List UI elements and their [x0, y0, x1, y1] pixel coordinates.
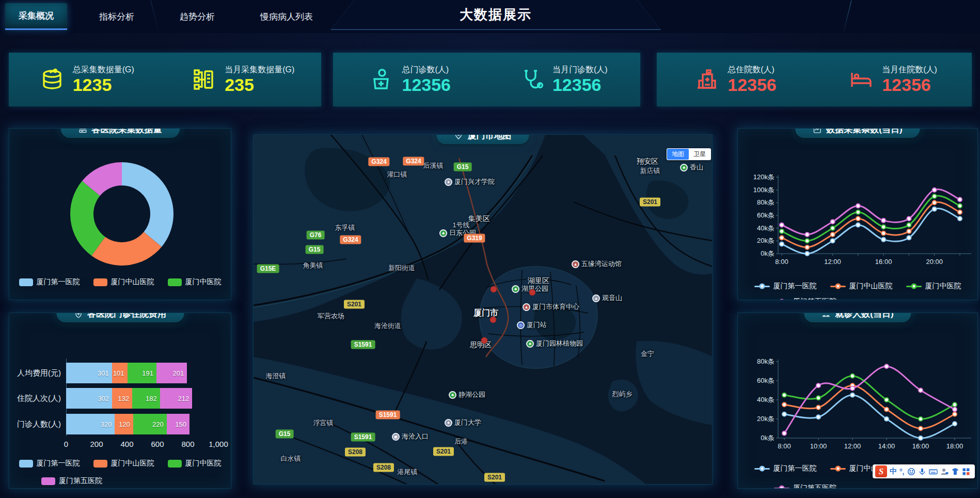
data-point-厦门第一医院[interactable] [780, 242, 784, 246]
data-point-厦门第一医院[interactable] [831, 239, 835, 243]
toolbox-icon[interactable] [962, 468, 970, 476]
data-point-厦门第五医院[interactable] [907, 216, 911, 221]
bar-segment-厦门第五医院[interactable]: 201 [156, 363, 187, 383]
data-point-厦门中山医院[interactable] [816, 406, 820, 410]
map-toggle-卫星[interactable]: 卫星 [689, 149, 710, 160]
bar-segment-厦门第五医院[interactable]: 150 [167, 414, 189, 434]
map-poi-厦门市体育中心[interactable]: ▲厦门市体育中心 [523, 302, 579, 312]
nav-tab-2[interactable]: 指标分析 [86, 4, 148, 29]
data-point-厦门中山医院[interactable] [958, 210, 962, 214]
legend-item[interactable]: 厦门第一医院 [754, 282, 817, 291]
nav-tab-4[interactable]: 慢病病人列表 [247, 4, 326, 29]
bar-segment-厦门第一医院[interactable]: 301 [66, 363, 112, 383]
bar-segment-厦门第五医院[interactable]: 212 [160, 388, 193, 409]
legend-item[interactable]: 厦门中山医院 [93, 459, 154, 468]
emoji-icon[interactable] [907, 468, 915, 476]
bar-segment-厦门中山医院[interactable]: 132 [112, 388, 132, 409]
map-red-marker-4[interactable] [481, 337, 488, 344]
map-poi-五缘湾运动馆[interactable]: ▲五缘湾运动馆 [572, 259, 622, 269]
map-poi-香山[interactable]: ♣香山 [680, 163, 703, 172]
bar-segment-厦门中医院[interactable]: 191 [128, 363, 156, 383]
map-poi-厦门园林植物园[interactable]: ♣厦门园林植物园 [526, 339, 583, 348]
map-poi-观音山[interactable]: ▲观音山 [592, 293, 622, 303]
map-poi-厦门大学[interactable]: ★厦门大学 [445, 418, 481, 427]
data-point-厦门第一医院[interactable] [919, 436, 923, 440]
microphone-icon[interactable] [918, 468, 926, 476]
chinese-mode-icon[interactable]: 中 [890, 467, 897, 476]
data-point-厦门中山医院[interactable] [881, 231, 886, 236]
data-point-厦门第一医院[interactable] [884, 417, 889, 421]
data-point-厦门中医院[interactable] [919, 417, 923, 421]
sogou-logo[interactable]: S [875, 465, 887, 477]
bar-segment-厦门第一医院[interactable]: 302 [66, 388, 112, 409]
data-point-厦门中医院[interactable] [953, 402, 957, 407]
legend-item[interactable]: 厦门第五医院 [774, 297, 836, 300]
data-point-厦门第五医院[interactable] [953, 408, 957, 412]
bar-segment-厦门中山医院[interactable]: 120 [115, 414, 133, 434]
data-point-厦门第五医院[interactable] [881, 219, 886, 223]
map-red-marker-1[interactable] [529, 289, 536, 296]
legend-item[interactable]: 厦门第一医院 [19, 277, 80, 287]
map-poi-厦门站[interactable]: ◎厦门站 [517, 320, 547, 330]
data-point-厦门第五医院[interactable] [856, 204, 860, 208]
data-point-厦门中医院[interactable] [780, 229, 784, 234]
data-point-厦门中医院[interactable] [856, 210, 860, 214]
data-point-厦门第五医院[interactable] [884, 364, 889, 368]
map-red-marker-3[interactable] [490, 317, 497, 323]
legend-item[interactable]: 厦门第一医院 [19, 459, 80, 468]
legend-item[interactable]: 厦门第一医院 [754, 464, 817, 473]
data-point-厦门中医院[interactable] [816, 396, 820, 400]
data-point-厦门中山医院[interactable] [953, 412, 957, 416]
data-point-厦门中山医院[interactable] [907, 229, 911, 234]
data-point-厦门中医院[interactable] [932, 194, 937, 198]
data-point-厦门中医院[interactable] [881, 225, 886, 229]
data-point-厦门第一医院[interactable] [881, 238, 886, 242]
data-point-厦门第五医院[interactable] [932, 188, 937, 192]
data-point-厦门第一医院[interactable] [816, 415, 820, 419]
data-point-厦门第五医院[interactable] [816, 383, 820, 387]
data-point-厦门第五医院[interactable] [805, 232, 809, 237]
data-point-厦门中医院[interactable] [831, 226, 835, 230]
data-point-厦门第一医院[interactable] [958, 216, 962, 221]
bar-segment-厦门中医院[interactable]: 182 [132, 388, 160, 409]
legend-item[interactable]: 厦门中医院 [168, 277, 222, 287]
legend-item[interactable]: 厦门第五医院 [774, 484, 836, 489]
nav-tab-3[interactable]: 趋势分析 [166, 4, 228, 29]
data-point-厦门中山医院[interactable] [884, 408, 889, 412]
data-point-厦门第一医院[interactable] [782, 412, 786, 416]
map-poi-厦门兴才学院[interactable]: ★厦门兴才学院 [445, 177, 495, 186]
bar-segment-厦门中山医院[interactable]: 101 [112, 363, 128, 383]
data-point-厦门第一医院[interactable] [850, 393, 855, 397]
donut-slice-厦门第一医院[interactable] [122, 162, 173, 247]
skin-icon[interactable] [951, 468, 959, 476]
data-point-厦门第一医院[interactable] [805, 252, 809, 256]
data-point-厦门中山医院[interactable] [805, 245, 809, 250]
legend-item[interactable]: 厦门中医院 [168, 459, 222, 468]
data-point-厦门第一医院[interactable] [953, 422, 957, 426]
data-point-厦门中山医院[interactable] [780, 236, 784, 240]
user-switch-icon[interactable] [940, 468, 949, 476]
bar-segment-厦门中医院[interactable]: 220 [133, 414, 167, 434]
data-point-厦门第一医院[interactable] [907, 236, 911, 240]
data-point-厦门中医院[interactable] [850, 374, 855, 378]
data-point-厦门中山医院[interactable] [856, 216, 860, 221]
data-point-厦门第五医院[interactable] [850, 386, 855, 391]
data-point-厦门第五医院[interactable] [780, 223, 784, 227]
data-point-厦门第五医院[interactable] [919, 388, 923, 393]
data-point-厦门中医院[interactable] [782, 393, 786, 397]
legend-item[interactable]: 厦门中山医院 [830, 282, 893, 291]
map-toggle-地图[interactable]: 地图 [667, 149, 689, 160]
nav-tab-1[interactable]: 采集概况 [5, 3, 67, 30]
data-point-厦门中医院[interactable] [884, 398, 889, 402]
legend-item[interactable]: 厦门中医院 [906, 282, 961, 291]
bar-segment-厦门第一医院[interactable]: 320 [66, 414, 115, 434]
data-point-厦门中医院[interactable] [805, 239, 809, 243]
data-point-厦门第一医院[interactable] [932, 207, 937, 211]
data-point-厦门中山医院[interactable] [831, 232, 835, 237]
data-point-厦门第五医院[interactable] [831, 220, 835, 224]
map-poi-静湖公园[interactable]: ♣静湖公园 [449, 390, 485, 399]
map-poi-海沧入口[interactable]: ▣海沧入口 [392, 432, 429, 441]
map-red-marker-2[interactable] [491, 286, 497, 293]
keyboard-icon[interactable] [929, 468, 938, 476]
data-point-厦门中山医院[interactable] [782, 402, 786, 407]
